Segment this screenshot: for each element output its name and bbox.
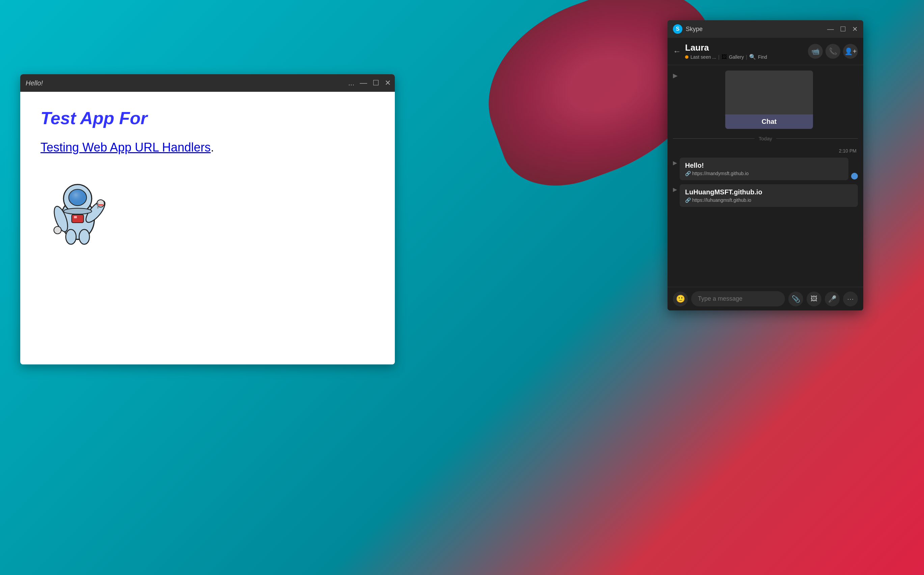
minimize-button[interactable]: — [360,79,367,87]
chat-area: ▶ Chat Today 2:10 PM ▶ Hello! 🔗 https://… [667,65,863,287]
link-icon-2: 🔗 [685,197,691,203]
message-bubble-1: Hello! 🔗 https://mandymsft.github.io [680,157,848,180]
webapp-link-row: Testing Web App URL Handlers. [41,140,375,154]
link-icon-1: 🔗 [685,171,691,176]
webapp-window: Hello! ... — ☐ ✕ Test App For Testing We… [20,74,395,364]
today-divider: Today [673,136,858,141]
message-url-2[interactable]: https://luhuangmsft.github.io [692,197,751,203]
gallery-label[interactable]: Gallery [729,54,744,60]
message-input[interactable] [691,291,785,307]
input-area: 🙂 📎 🖼 🎤 ⋯ [667,287,863,310]
skype-titlebar-controls: — ☐ ✕ [827,25,858,33]
svg-rect-13 [98,204,103,205]
webapp-link[interactable]: Testing Web App URL Handlers [41,140,211,154]
message-title-1: Hello! [685,162,843,169]
contact-name: Laura [685,43,804,53]
today-label: Today [759,136,772,141]
skype-minimize-button[interactable]: — [827,25,834,33]
svg-point-6 [54,226,62,234]
message-badge-1 [851,173,858,179]
message-url-1[interactable]: https://mandymsft.github.io [692,171,748,176]
back-button[interactable]: ← [673,46,681,56]
emoji-button[interactable]: 🙂 [673,292,688,307]
message-row-1: ▶ Hello! 🔗 https://mandymsft.github.io [673,157,858,180]
message-link-1: 🔗 https://mandymsft.github.io [685,171,843,176]
message-title-2: LuHuangMSFT.github.io [685,188,853,196]
astronaut-container [41,171,375,246]
svg-point-12 [64,208,92,214]
chat-card: Chat [725,70,813,129]
message-play-icon-1: ▶ [673,160,677,166]
skype-maximize-button[interactable]: ☐ [840,25,846,33]
more-options-button[interactable]: ... [348,79,354,87]
close-button[interactable]: ✕ [385,79,391,87]
svg-point-8 [66,229,76,244]
attachment-button[interactable]: 📎 [788,292,803,307]
status-text: Last seen ... [691,54,716,60]
webapp-window-title: Hello! [25,79,43,87]
time-label: 2:10 PM [673,148,856,154]
status-indicator [685,56,689,59]
separator2: | [746,54,747,60]
contact-status: Last seen ... | 🖼 Gallery | 🔍 Find [685,54,804,60]
skype-header: ← Laura Last seen ... | 🖼 Gallery | 🔍 Fi… [667,38,863,65]
image-button[interactable]: 🖼 [807,292,821,307]
chat-card-label: Chat [725,114,813,129]
skype-window: S Skype — ☐ ✕ ← Laura Last seen ... | 🖼 … [667,20,863,310]
contact-info: Laura Last seen ... | 🖼 Gallery | 🔍 Find [685,43,804,60]
svg-rect-10 [71,214,83,223]
svg-rect-14 [97,203,98,209]
maximize-button[interactable]: ☐ [373,79,379,87]
webapp-titlebar: Hello! ... — ☐ ✕ [20,74,395,92]
video-call-button[interactable]: 📹 [808,44,823,59]
skype-close-button[interactable]: ✕ [852,25,858,33]
separator: | [718,54,719,60]
find-label[interactable]: Find [758,54,767,60]
chat-card-image [725,70,813,114]
svg-rect-11 [74,216,77,218]
message-link-2: 🔗 https://luhuangmsft.github.io [685,197,853,203]
message-row-2: ▶ LuHuangMSFT.github.io 🔗 https://luhuan… [673,184,858,207]
send-icon: ▶ [673,72,678,79]
skype-app-title: Skype [686,25,827,33]
voice-call-button[interactable]: 📞 [826,44,840,59]
svg-point-3 [69,189,87,205]
webapp-content: Test App For Testing Web App URL Handler… [20,92,395,262]
link-period: . [211,140,214,154]
webapp-heading: Test App For [41,108,375,128]
skype-logo: S [673,24,683,34]
astronaut-icon [41,171,115,245]
add-contact-button[interactable]: 👤+ [843,44,858,59]
microphone-button[interactable]: 🎤 [825,292,840,307]
gallery-icon: 🖼 [721,54,727,60]
message-play-icon-2: ▶ [673,186,677,193]
message-bubble-2: LuHuangMSFT.github.io 🔗 https://luhuangm… [680,184,858,207]
more-options-input-button[interactable]: ⋯ [843,292,858,307]
webapp-titlebar-controls: ... — ☐ ✕ [348,79,391,87]
skype-titlebar: S Skype — ☐ ✕ [667,20,863,38]
svg-point-9 [79,229,89,244]
header-actions: 📹 📞 👤+ [808,44,858,59]
chat-card-row: ▶ Chat [673,70,858,129]
search-icon: 🔍 [749,54,756,60]
